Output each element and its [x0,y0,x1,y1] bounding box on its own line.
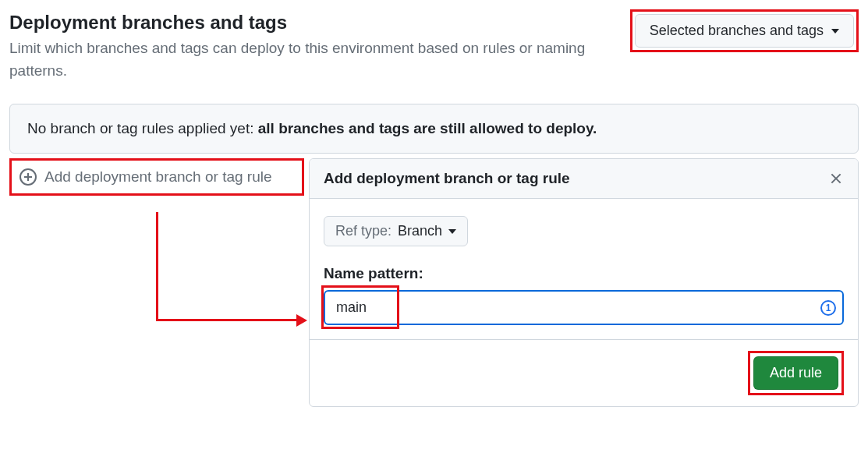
annotation-highlight-add-rule: Add deployment branch or tag rule [9,158,304,196]
annotation-arrow-vertical [156,212,158,321]
ref-type-dropdown[interactable]: Ref type: Branch [324,216,468,246]
rules-status-emphasis: all branches and tags are still allowed … [258,120,597,136]
add-deployment-rule-label: Add deployment branch or tag rule [44,168,272,186]
ref-type-value: Branch [398,223,442,239]
add-deployment-rule-button[interactable]: Add deployment branch or tag rule [12,161,302,193]
annotation-highlight-submit: Add rule [748,351,844,395]
branch-scope-dropdown[interactable]: Selected branches and tags [635,14,854,48]
dialog-header: Add deployment branch or tag rule [310,159,858,199]
add-rule-dialog: Add deployment branch or tag rule Ref ty… [309,158,859,407]
caret-down-icon [448,229,456,234]
dialog-title: Add deployment branch or tag rule [324,170,570,187]
annotation-arrow-head-icon [296,314,307,327]
name-pattern-input[interactable] [324,290,844,325]
dialog-body: Ref type: Branch Name pattern: 1 [310,199,858,339]
caret-down-icon [831,29,839,34]
branch-scope-dropdown-label: Selected branches and tags [650,23,824,39]
password-manager-icon[interactable]: 1 [820,300,836,316]
section-title: Deployment branches and tags [9,11,586,34]
rules-status-prefix: No branch or tag rules applied yet: [27,120,258,136]
close-icon[interactable] [828,171,844,186]
plus-circle-icon [19,168,37,186]
section-header: Deployment branches and tags Limit which… [9,11,859,82]
annotation-highlight-dropdown: Selected branches and tags [630,9,859,52]
section-description: Limit which branches and tags can deploy… [9,37,586,82]
add-rule-submit-button[interactable]: Add rule [753,356,838,390]
name-pattern-label: Name pattern: [324,265,844,282]
name-pattern-field-wrap: 1 [324,290,844,325]
annotation-arrow-horizontal [156,319,296,321]
rules-status-panel: No branch or tag rules applied yet: all … [9,104,859,154]
section-header-text: Deployment branches and tags Limit which… [9,11,586,82]
dialog-footer: Add rule [310,339,858,406]
ref-type-label: Ref type: [335,223,391,239]
